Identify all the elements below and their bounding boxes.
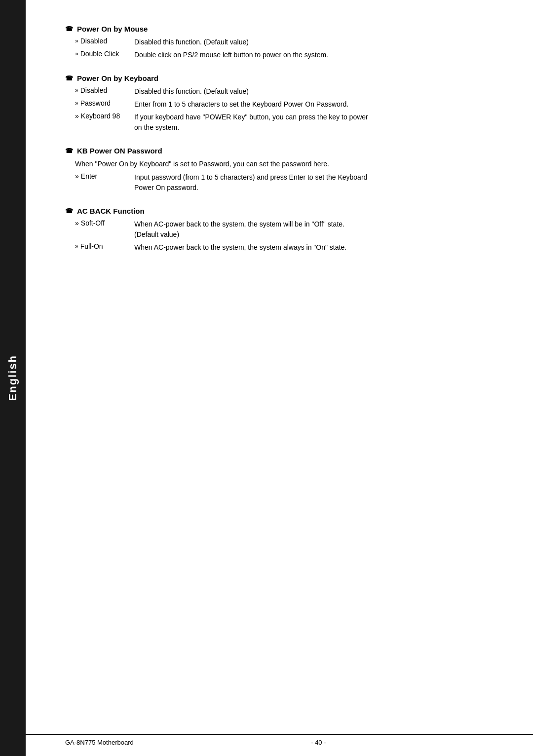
keyboard-password-desc: Enter from 1 to 5 characters to set the … [134, 99, 503, 110]
keyboard-kb98-key: » Keyboard 98 [75, 112, 134, 133]
footer-left: GA-8N775 Motherboard [65, 739, 134, 746]
ac-fullon-row: » Full-On When AC-power back to the syst… [65, 242, 503, 253]
mouse-doubleclick-desc: Double click on PS/2 mouse left button t… [134, 50, 503, 60]
section-title-power-on-mouse: ☎ Power On by Mouse [65, 25, 503, 33]
section-power-on-keyboard: ☎ Power On by Keyboard » Disabled Disabl… [65, 74, 503, 133]
section-ac-back-function: ☎ AC BACK Function » Soft-Off When AC-po… [65, 207, 503, 253]
kb-power-on-intro: When "Power On by Keyboard" is set to Pa… [65, 159, 503, 169]
footer-center: - 40 - [311, 739, 326, 746]
ac-fullon-key: » Full-On [75, 242, 134, 253]
ac-softoff-key: » Soft-Off [75, 219, 134, 240]
kb-enter-label: Enter [81, 172, 97, 180]
main-content: ☎ Power On by Mouse » Disabled Disabled … [26, 0, 533, 756]
sidebar: English [0, 0, 26, 756]
mouse-disabled-row: » Disabled Disabled this function. (Defa… [65, 37, 503, 47]
sidebar-label: English [6, 355, 19, 401]
kb-power-on-password-title: KB Power ON Password [77, 147, 162, 155]
section-title-kb-power-on-password: ☎ KB Power ON Password [65, 147, 503, 155]
ac-fullon-desc: When AC-power back to the system, the sy… [134, 242, 503, 253]
arrow-icon-8: » [75, 243, 78, 250]
keyboard-disabled-row: » Disabled Disabled this function. (Defa… [65, 86, 503, 97]
arrow-icon-7: » [75, 219, 79, 227]
mouse-doubleclick-row: » Double Click Double click on PS/2 mous… [65, 50, 503, 60]
ac-fullon-label: Full-On [80, 242, 103, 250]
arrow-icon: » [75, 38, 78, 44]
section-title-power-on-keyboard: ☎ Power On by Keyboard [65, 74, 503, 82]
mouse-disabled-desc: Disabled this function. (Default value) [134, 37, 503, 47]
phone-icon-3: ☎ [65, 147, 73, 154]
phone-icon-1: ☎ [65, 25, 73, 33]
keyboard-kb98-desc: If your keyboard have "POWER Key" button… [134, 112, 368, 133]
power-on-mouse-title: Power On by Mouse [77, 25, 148, 33]
arrow-icon-3: » [75, 87, 78, 94]
power-on-keyboard-title: Power On by Keyboard [77, 74, 158, 82]
ac-softoff-desc: When AC-power back to the system, the sy… [134, 219, 344, 240]
mouse-doubleclick-key: » Double Click [75, 50, 134, 60]
arrow-icon-2: » [75, 50, 78, 57]
kb-enter-key: » Enter [75, 172, 134, 193]
keyboard-kb98-label: Keyboard 98 [81, 112, 120, 120]
phone-icon-2: ☎ [65, 75, 73, 82]
arrow-icon-5: » [75, 112, 79, 120]
keyboard-password-label: Password [80, 99, 111, 107]
footer: GA-8N775 Motherboard - 40 - [26, 734, 533, 746]
kb-enter-row: » Enter Input password (from 1 to 5 char… [65, 172, 503, 193]
phone-icon-4: ☎ [65, 207, 73, 215]
section-title-ac-back-function: ☎ AC BACK Function [65, 207, 503, 215]
ac-softoff-row: » Soft-Off When AC-power back to the sys… [65, 219, 503, 240]
arrow-icon-6: » [75, 172, 79, 180]
keyboard-disabled-label: Disabled [80, 86, 107, 94]
mouse-disabled-label: Disabled [80, 37, 107, 45]
keyboard-disabled-key: » Disabled [75, 86, 134, 97]
keyboard-password-row: » Password Enter from 1 to 5 characters … [65, 99, 503, 110]
kb-enter-desc: Input password (from 1 to 5 characters) … [134, 172, 367, 193]
mouse-disabled-key: » Disabled [75, 37, 134, 47]
arrow-icon-4: » [75, 100, 78, 107]
section-kb-power-on-password: ☎ KB Power ON Password When "Power On by… [65, 147, 503, 193]
keyboard-disabled-desc: Disabled this function. (Default value) [134, 86, 503, 97]
keyboard-kb98-row: » Keyboard 98 If your keyboard have "POW… [65, 112, 503, 133]
ac-softoff-label: Soft-Off [81, 219, 105, 227]
keyboard-password-key: » Password [75, 99, 134, 110]
mouse-doubleclick-label: Double Click [80, 50, 119, 58]
ac-back-function-title: AC BACK Function [77, 207, 145, 215]
section-power-on-mouse: ☎ Power On by Mouse » Disabled Disabled … [65, 25, 503, 60]
